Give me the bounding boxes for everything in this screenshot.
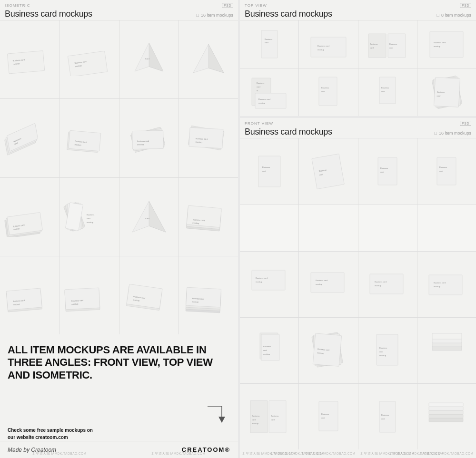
mockup-cell: Business card mockup (119, 256, 178, 334)
mockup-cell (358, 205, 417, 251)
svg-text:mockup: mockup (316, 283, 323, 285)
svg-rect-158 (429, 418, 463, 422)
top-view-panel: TOP VIEW PSD Business card mockups 8 ite… (240, 0, 476, 116)
svg-rect-70 (261, 30, 278, 58)
sample-text-line1: Check some free sample mockups on (8, 428, 93, 433)
svg-text:mockup: mockup (375, 284, 382, 287)
mockup-cell: Business card mockup (179, 99, 238, 177)
mockup-cell: Business card mockup (299, 252, 357, 317)
svg-text:Business: Business (389, 43, 397, 45)
mockup-cell: Business card mockup (299, 20, 357, 68)
top-view-tag: TOP VIEW PSD (245, 3, 471, 8)
svg-rect-152 (319, 401, 338, 431)
mockup-cell: Business card mockup Business card (240, 384, 298, 449)
front-view-title: Business card mockups (245, 127, 332, 137)
svg-text:card: card (262, 170, 266, 172)
mockup-cell: Business card m... Business card mockup (240, 68, 298, 116)
top-view-grid: Business card Business card mockup Busin… (240, 20, 476, 116)
svg-text:Business: Business (379, 347, 387, 349)
front-view-tag: FRONT VIEW PSD (245, 121, 471, 126)
svg-text:Business card: Business card (375, 281, 387, 283)
mockup-cell: Business card mockup (240, 252, 298, 317)
psd-badge: PSD (222, 3, 233, 8)
isometric-title: Business card mockups (5, 9, 92, 19)
svg-text:m...: m... (257, 89, 260, 92)
svg-marker-69 (218, 417, 225, 423)
svg-text:Business card: Business card (258, 98, 270, 100)
mockup-cell: Card (119, 178, 178, 256)
svg-text:mockup: mockup (195, 141, 202, 144)
svg-text:Business: Business (262, 166, 270, 168)
isometric-panel: ISOMETRIC PSD Business card mockups 16 i… (0, 0, 238, 334)
svg-rect-115 (252, 270, 285, 290)
watermark: Z 早道大咖 IAMDK.TAOBAO.COM (360, 452, 414, 456)
svg-text:Business card: Business card (317, 45, 329, 47)
svg-rect-3 (68, 51, 108, 76)
mockup-cell: Business card (358, 384, 417, 449)
mockup-cell (417, 205, 476, 251)
svg-text:mockup: mockup (72, 303, 79, 306)
svg-text:card: card (437, 95, 441, 97)
top-view-tag-text: TOP VIEW (245, 3, 267, 8)
svg-text:mockup: mockup (258, 102, 266, 104)
svg-rect-77 (388, 34, 406, 58)
svg-marker-10 (208, 44, 224, 73)
watermark: Z 早道大咖 IAMDK.TAOBAO.COM (419, 452, 473, 456)
svg-rect-76 (368, 34, 386, 58)
svg-rect-121 (370, 274, 403, 294)
front-view-panel: FRONT VIEW PSD Business card mockups 16 … (240, 118, 476, 458)
svg-text:mockup: mockup (192, 301, 199, 303)
svg-rect-118 (311, 273, 344, 292)
mockup-cell: Business card mockup (417, 20, 476, 68)
sample-link[interactable]: creatoom.com (35, 435, 68, 440)
right-panel: TOP VIEW PSD Business card mockups 8 ite… (240, 0, 476, 458)
svg-text:Business card: Business card (256, 277, 268, 279)
mockup-cell: Business card mockup (417, 252, 476, 317)
svg-text:Business card: Business card (137, 140, 149, 142)
mockup-cell: Business card mockup (0, 178, 59, 256)
creatoom-logo: CREATOOM® (182, 446, 230, 453)
svg-text:mockup: mockup (434, 285, 441, 288)
mockup-cell: Business card mockup (119, 99, 178, 177)
mockup-cell: Business card mockup (240, 318, 298, 383)
mockup-cell (417, 384, 476, 449)
svg-text:Business card: Business card (316, 279, 327, 282)
front-view-psd: PSD (460, 121, 471, 126)
isometric-grid: Business card mockup Business card mocku… (0, 20, 238, 334)
svg-rect-82 (430, 31, 463, 58)
svg-rect-106 (312, 154, 344, 189)
mockup-cell: Business card (0, 99, 59, 177)
svg-text:card: card (439, 170, 443, 172)
mockup-cell: Business card mockup (0, 256, 59, 334)
mockup-cell: Business card (240, 20, 298, 68)
svg-text:mockup: mockup (256, 281, 263, 283)
footer-area: Check some free sample mockups on our we… (8, 427, 230, 441)
svg-text:Business: Business (321, 413, 329, 415)
svg-rect-103 (258, 156, 280, 187)
svg-text:card: card (265, 41, 268, 44)
left-bottom-area: ALL ITEM MOCKUPS ARE AVAILABLE IN THREE … (0, 334, 238, 458)
mockup-cell: Business card mockup (60, 256, 119, 334)
svg-text:card: card (257, 86, 260, 88)
svg-text:Business: Business (252, 415, 259, 417)
mockup-cell: Business card mockup (60, 99, 119, 177)
mockup-cell: Business card mockup (179, 256, 238, 334)
mockup-cell: Business card mockup (60, 178, 119, 256)
mockup-cell: Business card mockup (358, 318, 417, 383)
svg-text:Business: Business (370, 43, 377, 45)
mockup-cell: Business card mockup (179, 178, 238, 256)
made-by-text: Made by Creatoom (8, 447, 56, 453)
mockup-cell (179, 20, 238, 98)
svg-rect-46 (187, 205, 221, 227)
mockup-cell: Business card (417, 138, 476, 204)
svg-text:Business: Business (257, 82, 264, 84)
svg-marker-42 (149, 201, 166, 232)
top-view-psd: PSD (460, 3, 471, 8)
isometric-header: ISOMETRIC PSD Business card mockups 16 i… (0, 0, 238, 20)
svg-text:Business: Business (321, 87, 329, 89)
svg-rect-155 (379, 401, 396, 432)
svg-text:Business: Business (381, 87, 389, 89)
top-view-header: TOP VIEW PSD Business card mockups 8 ite… (240, 0, 476, 20)
svg-text:Business card: Business card (434, 41, 446, 44)
mockup-cell: Business card (417, 68, 476, 116)
